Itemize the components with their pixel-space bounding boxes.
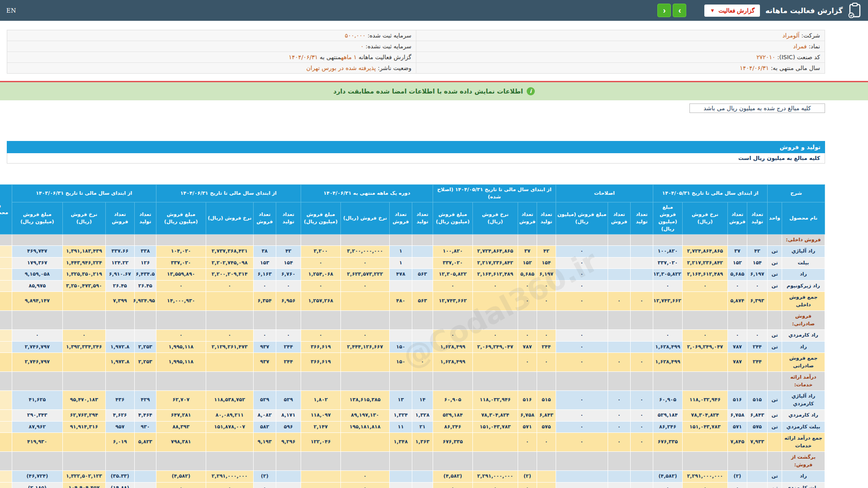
table-cell [747,482,768,488]
table-cell [630,471,653,483]
table-cell [768,433,782,452]
table-cell [630,452,653,471]
table-cell [62,292,105,311]
sum-row-label: جمع فروش داخلی [782,292,825,311]
product-name-cell: بیلت کارمزدي [782,482,825,488]
table-cell: (۱۹.۸۸) [105,482,134,488]
table-cell [556,482,608,488]
product-name-cell: راد [782,471,825,483]
table-cell [747,471,768,483]
table-cell: ۰ [728,482,747,488]
table-cell [683,234,728,246]
table-cell [683,433,728,452]
table-cell: ۴۶۹,۷۴۷ [12,246,62,258]
sub-header-cell: مبلغ فروش (میلیون ریال) [12,202,62,234]
table-cell: ۱ [389,246,412,258]
report-type-dropdown[interactable]: گزارش فعالیت ▼ [704,5,760,17]
table-cell: ۰ [537,292,556,311]
table-cell [608,341,630,353]
product-name-cell: راد کارمزدي [782,330,825,342]
table-cell: ۰ [608,410,630,422]
table-cell: ۲,۲۵۳ [134,341,156,353]
table-cell: ۱,۳۲۴ [389,410,412,422]
table-cell: ۱۲۶ [134,257,156,269]
table-cell [608,372,630,391]
table-cell: ۰ [412,353,433,372]
table-cell: ۷۸,۳۰۴,۸۲۴ [683,410,728,422]
table-cell [206,353,253,372]
table-cell: ۵۲۹,۱۸۴ [433,410,472,422]
table-cell [412,452,433,471]
unit-cell: تن [768,280,782,292]
info-field: نماد: فمراد [416,41,825,52]
status-cell: تولید [0,330,12,342]
sub-header-cell: نرخ فروش (ریال) [340,202,389,234]
table-cell: ۱۲,۳۰۵,۸۲۲ [433,269,472,281]
sub-header-cell: نرخ فروش (ریال) [62,202,105,234]
sub-header-cell: واحد [768,202,782,234]
table-cell: ۴۳۶ [105,391,134,410]
table-cell [206,311,253,330]
status-cell [0,292,12,311]
table-cell: ۰ [518,353,537,372]
table-cell: ۸۵,۹۷۵ [12,280,62,292]
table-cell: ۲,۲۰۰,۲۰۹,۳۱۴ [206,269,253,281]
table-cell: ۰ [728,330,747,342]
table-cell: ۱۰۰,۸۲۰ [433,246,472,258]
table-cell: ۶۷۶,۳۳۵ [433,433,472,452]
table-cell: (۴,۵۸۲) [156,471,206,483]
table-cell: ۲,۷۴۶,۷۹۷ [12,341,62,353]
table-cell [608,330,630,342]
table-cell: ۹,۱۵۹,۰۵۸ [12,269,62,281]
table-cell: ۰ [683,330,728,342]
table-cell [472,353,518,372]
table-cell: ۰ [206,482,253,488]
table-cell: ۰ [608,391,630,410]
table-cell [630,330,653,342]
table-cell: ۰ [301,257,340,269]
table-cell [134,452,156,471]
table-cell: ۰ [518,330,537,342]
table-cell [105,372,134,391]
table-cell [608,269,630,281]
table-cell [105,452,134,471]
table-cell: ۱۴,۰۰۰,۹۳۰ [156,292,206,311]
table-row: راد آلیاژيتن۴۲۳۷۲,۷۲۴,۸۶۴,۸۶۵۱۰۰,۸۲۰۰۴۲۳… [0,246,825,258]
table-cell: ۰ [556,341,608,353]
sub-header-cell: تعداد تولید [276,202,301,234]
table-cell: (۴,۵۸۲) [433,471,472,483]
table-cell: ۲,۷۲۴,۸۶۴,۸۶۵ [683,246,728,258]
table-cell: ۲,۲۹۱,۰۰۰,۰۰۰ [206,471,253,483]
table-cell: ۱۳۸,۶۱۵,۳۸۵ [340,391,389,410]
table-cell [608,257,630,269]
table-cell: (۲) [728,471,747,483]
table-cell: ۵۲۹ [253,391,276,410]
previous-report-button[interactable]: ‹ [657,4,671,17]
table-cell [728,452,747,471]
table-cell [412,330,433,342]
info-field: سال مالی منتهی به: ۱۴۰۴/۰۶/۳۱ [416,63,825,73]
table-cell [276,234,301,246]
table-cell [340,452,389,471]
table-cell: ۱ [389,257,412,269]
table-cell: ۱۱۸,۰۳۲,۹۴۶ [683,391,728,410]
table-cell: ۸۶,۲۴۶ [653,421,682,433]
table-cell: ۵۱۶ [728,391,747,410]
product-name-cell: بیلت کارمزدي [782,421,825,433]
table-cell [747,372,768,391]
table-cell: ۶,۳۹۳ [747,292,768,311]
company-info-row: شرکت: آلومرادسرمایه ثبت شده: ۵۰۰,۰۰۰ [7,30,825,41]
language-toggle-en[interactable]: EN [6,7,16,14]
table-cell [412,372,433,391]
table-cell: ۰ [556,292,608,311]
table-cell: ۱۱ [389,421,412,433]
table-cell [0,311,12,330]
table-cell: ۴۲ [537,246,556,258]
table-cell [253,311,276,330]
next-report-button[interactable]: › [673,4,686,17]
table-cell: ۰ [653,280,682,292]
table-cell: ۱,۲۵۴,۰۶۸ [301,269,340,281]
table-cell: ۰ [62,330,105,342]
table-cell: ۱۲,۷۴۳,۶۶۲ [433,292,472,311]
table-cell [768,452,782,471]
